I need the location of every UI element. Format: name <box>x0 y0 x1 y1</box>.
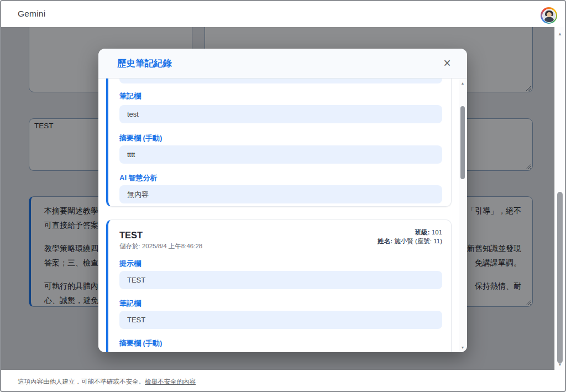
page-scrollbar[interactable]: ▲ ▼ <box>554 27 565 370</box>
modal-body: 筆記欄 test 摘要欄 (手動) tttt AI 智慧分析 無內容 TEST … <box>98 79 467 352</box>
field-label: 筆記欄 <box>119 91 442 101</box>
disclaimer-text: 這項內容由他人建立，可能不準確或不安全。檢舉不安全的內容 <box>18 378 196 386</box>
report-unsafe-link[interactable]: 檢舉不安全的內容 <box>145 378 196 385</box>
modal-scrollbar-thumb[interactable] <box>460 106 465 179</box>
field-value-box: 無內容 <box>119 185 442 203</box>
modal-scrollbar[interactable]: ▲ ▼ <box>459 80 467 351</box>
field-label: 摘要欄 (手動) <box>119 338 442 348</box>
name-label: 姓名: <box>378 238 392 244</box>
field-label: AI 智慧分析 <box>119 173 442 183</box>
record-class: 班級: 101 <box>378 228 442 237</box>
class-label: 班級: <box>415 229 430 236</box>
field-label: 摘要欄 (手動) <box>119 133 442 143</box>
record-student: 姓名: 施小賢 (座號: 11) <box>378 237 442 245</box>
close-icon[interactable]: × <box>438 55 456 72</box>
scroll-down-icon[interactable]: ▼ <box>555 362 565 367</box>
record-card-1: 筆記欄 test 摘要欄 (手動) tttt AI 智慧分析 無內容 <box>106 79 452 207</box>
history-notes-modal: 歷史筆記紀錄 × 筆記欄 test 摘要欄 (手動) tttt AI 智慧分析 … <box>98 49 467 352</box>
bottom-bar: 這項內容由他人建立，可能不準確或不安全。檢舉不安全的內容 程式碼 ✓ 預覽 複製… <box>1 370 565 392</box>
field-value-box: TEST <box>119 271 442 289</box>
top-bar: Gemini <box>1 1 565 27</box>
modal-header: 歷史筆記紀錄 × <box>98 49 467 79</box>
app-window: TEST 本摘要闡述教學 可直接給予答案 教學策略環繞四 答案；三、檢查 可執行… <box>0 0 566 392</box>
class-value: 101 <box>432 229 442 236</box>
avatar-image <box>542 9 556 23</box>
disclaimer-label: 這項內容由他人建立，可能不準確或不安全。 <box>18 378 145 385</box>
modal-title: 歷史筆記紀錄 <box>117 58 172 70</box>
scroll-down-icon[interactable]: ▼ <box>459 346 467 349</box>
avatar[interactable] <box>541 7 557 24</box>
field-value-box: TEST <box>119 311 442 329</box>
record-card-2: TEST 儲存於: 2025/8/4 上午8:46:28 班級: 101 姓名:… <box>106 219 452 352</box>
gemini-brand: Gemini <box>18 9 45 19</box>
field-value-box: test <box>119 105 442 123</box>
page-scrollbar-thumb[interactable] <box>557 192 563 363</box>
name-value: 施小賢 (座號: 11) <box>394 238 442 244</box>
field-value-box: tttt <box>119 145 442 164</box>
field-label: 提示欄 <box>119 259 442 269</box>
record-meta: 班級: 101 姓名: 施小賢 (座號: 11) <box>378 228 442 245</box>
field-box-partial <box>119 79 442 83</box>
scroll-up-icon[interactable]: ▲ <box>555 32 565 36</box>
field-label: 筆記欄 <box>119 299 442 309</box>
scroll-up-icon[interactable]: ▲ <box>459 81 467 85</box>
